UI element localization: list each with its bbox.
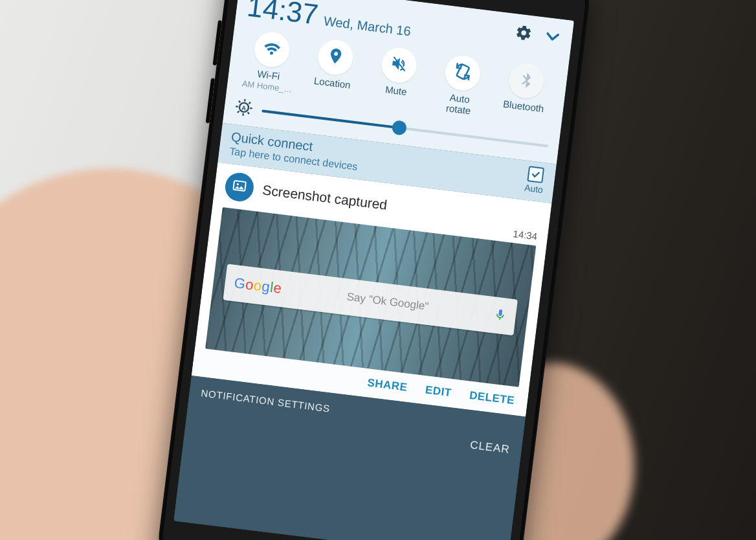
expand-chevron-down-icon[interactable] (542, 27, 562, 47)
mic-icon[interactable] (493, 307, 507, 324)
notification-app-icon (223, 171, 255, 203)
rotate-icon (452, 61, 474, 85)
clear-all-button[interactable]: CLEAR (469, 438, 511, 456)
notification-card[interactable]: Screenshot captured 14:34 Google Say "Ok… (192, 162, 552, 416)
wifi-icon (261, 38, 283, 62)
action-edit[interactable]: EDIT (425, 383, 452, 399)
location-icon (325, 46, 346, 69)
svg-text:A: A (241, 104, 247, 111)
qs-tile-location[interactable]: Location (301, 36, 367, 103)
clock-date: Wed, March 16 (323, 14, 412, 39)
qs-tile-autorotate[interactable]: Auto rotate (428, 52, 495, 118)
qs-tile-wifi[interactable]: Wi-Fi AM Home_… (238, 28, 304, 95)
google-search-hint: Say "Ok Google" (289, 283, 487, 320)
mute-icon (389, 54, 410, 76)
qs-tile-label: Bluetooth (502, 98, 544, 115)
qs-tile-label: Location (313, 75, 351, 91)
qs-tile-sublabel: AM Home_… (241, 79, 293, 95)
clock-time: 14:37 (245, 0, 320, 31)
google-search-bar[interactable]: Google Say "Ok Google" (223, 264, 518, 335)
brightness-slider-fill (261, 109, 399, 129)
qs-tile-label: Mute (384, 84, 407, 97)
phone-device: SAMSUNG 14:37 Wed, March 16 (154, 0, 594, 540)
svg-line-10 (249, 102, 250, 104)
quick-connect-auto-label: Auto (524, 183, 544, 195)
phone-screen: 14:37 Wed, March 16 (173, 0, 574, 540)
quick-connect-auto-checkbox[interactable] (527, 166, 544, 183)
brightness-auto-icon: A (234, 97, 254, 120)
svg-point-12 (237, 183, 239, 185)
svg-line-8 (248, 112, 250, 114)
google-logo: Google (233, 275, 283, 297)
qs-tile-label: Wi-Fi (257, 68, 281, 82)
notification-title: Screenshot captured (261, 182, 388, 212)
action-delete[interactable]: DELETE (469, 388, 515, 407)
settings-gear-icon[interactable] (515, 23, 533, 42)
action-share[interactable]: SHARE (367, 376, 408, 394)
brightness-slider-thumb[interactable] (392, 120, 408, 136)
notification-settings-button[interactable]: NOTIFICATION SETTINGS (201, 387, 331, 414)
svg-rect-11 (233, 180, 246, 190)
image-icon (230, 177, 248, 197)
qs-tile-label: Auto rotate (445, 91, 472, 117)
svg-line-9 (238, 111, 239, 113)
notification-timestamp: 14:34 (513, 228, 538, 242)
svg-line-7 (239, 100, 241, 102)
bluetooth-icon (517, 70, 536, 91)
notification-shade: 14:37 Wed, March 16 (173, 0, 574, 540)
qs-tile-bluetooth[interactable]: Bluetooth (492, 60, 558, 126)
qs-tile-mute[interactable]: Mute (364, 44, 430, 111)
